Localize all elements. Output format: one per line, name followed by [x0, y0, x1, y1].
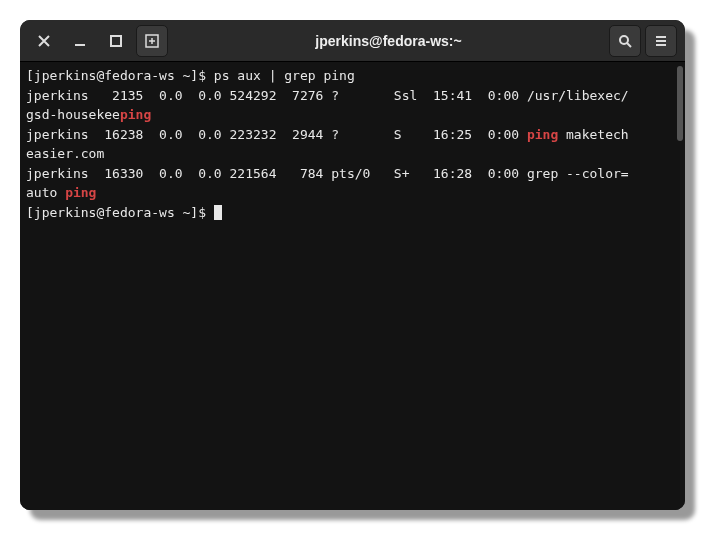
output-line: easier.com	[26, 144, 679, 164]
new-tab-icon	[145, 34, 159, 48]
command-text: ps aux | grep ping	[214, 68, 355, 83]
grep-match: ping	[65, 185, 96, 200]
cursor	[214, 205, 222, 220]
close-button[interactable]	[28, 25, 60, 57]
maximize-icon	[109, 34, 123, 48]
output-line: auto ping	[26, 183, 679, 203]
command-line: [jperkins@fedora-ws ~]$ ps aux | grep pi…	[26, 66, 679, 86]
prompt-line: [jperkins@fedora-ws ~]$	[26, 203, 679, 223]
grep-match: ping	[527, 127, 558, 142]
grep-match: ping	[120, 107, 151, 122]
svg-point-2	[620, 36, 628, 44]
search-button[interactable]	[609, 25, 641, 57]
scrollbar-thumb[interactable]	[677, 66, 683, 141]
menu-button[interactable]	[645, 25, 677, 57]
output-line: jperkins 16238 0.0 0.0 223232 2944 ? S 1…	[26, 125, 679, 145]
hamburger-icon	[654, 34, 668, 48]
window-title: jperkins@fedora-ws:~	[172, 33, 605, 49]
output-line: gsd-housekeeping	[26, 105, 679, 125]
minimize-icon	[73, 34, 87, 48]
terminal-body[interactable]: [jperkins@fedora-ws ~]$ ps aux | grep pi…	[20, 62, 685, 510]
maximize-button[interactable]	[100, 25, 132, 57]
terminal-window: jperkins@fedora-ws:~ [jperkins@fedora-ws…	[20, 20, 685, 510]
prompt: [jperkins@fedora-ws ~]$	[26, 68, 214, 83]
output-line: jperkins 16330 0.0 0.0 221564 784 pts/0 …	[26, 164, 679, 184]
new-tab-button[interactable]	[136, 25, 168, 57]
output-line: jperkins 2135 0.0 0.0 524292 7276 ? Ssl …	[26, 86, 679, 106]
minimize-button[interactable]	[64, 25, 96, 57]
close-icon	[37, 34, 51, 48]
search-icon	[618, 34, 632, 48]
svg-rect-0	[111, 36, 121, 46]
prompt: [jperkins@fedora-ws ~]$	[26, 205, 214, 220]
titlebar: jperkins@fedora-ws:~	[20, 20, 685, 62]
